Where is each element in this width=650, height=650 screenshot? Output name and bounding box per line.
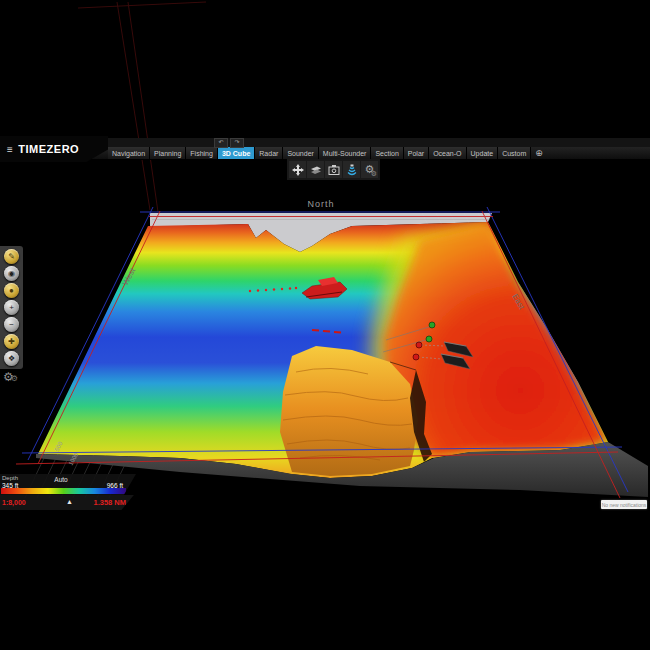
tab-navigation[interactable]: Navigation xyxy=(108,147,150,159)
tab-sounder[interactable]: Sounder xyxy=(283,147,318,159)
tab-multi-sounder[interactable]: Multi-Sounder xyxy=(319,147,372,159)
tool-options-gear-icon[interactable]: ⚙⚙ xyxy=(3,371,18,385)
sounder-beam-icon[interactable] xyxy=(343,161,360,178)
tab-polar[interactable]: Polar xyxy=(404,147,429,159)
sky-wireframe-lines xyxy=(78,2,206,212)
undo-icon[interactable]: ↶ xyxy=(214,138,228,148)
charts-icon[interactable] xyxy=(307,161,324,178)
app-logo-text: TIMEZERO xyxy=(18,143,79,155)
range-value[interactable]: 1.358 NM xyxy=(93,498,126,507)
scale-range-bar: 1:8,000 ▲ 1.358 NM xyxy=(0,495,138,510)
measure-tool[interactable]: ✚ xyxy=(4,334,19,349)
depth-color-scale: Depth 345 ft Auto 966 ft xyxy=(0,474,136,495)
depth-gradient-bar[interactable] xyxy=(1,488,126,494)
pan-mode-icon[interactable] xyxy=(289,161,306,178)
redo-icon[interactable]: ↷ xyxy=(230,138,244,148)
red-buoy-mark[interactable] xyxy=(416,342,422,348)
tab-3d-cube[interactable]: 3D Cube xyxy=(218,147,255,159)
side-tool-strip: ✎ ◉ ● + − ✚ ❖ xyxy=(0,246,23,369)
tab-section[interactable]: Section xyxy=(371,147,403,159)
green-buoy-mark[interactable] xyxy=(426,336,432,342)
pencil-annotate-tool[interactable]: ✎ xyxy=(4,249,19,264)
notification-bar[interactable]: No new notifications xyxy=(601,500,647,509)
add-workspace-icon[interactable]: ⊕ xyxy=(531,147,547,159)
notification-text: No new notifications xyxy=(602,502,647,508)
zoom-out-tool[interactable]: − xyxy=(4,317,19,332)
mark-tool[interactable]: ● xyxy=(4,283,19,298)
view-mode-toolbar: ⚙ ⚙ xyxy=(287,159,380,180)
eraser-tool[interactable]: ◉ xyxy=(4,266,19,281)
tab-ocean-o[interactable]: Ocean-O xyxy=(429,147,466,159)
depth-auto-mode[interactable]: Auto xyxy=(0,476,122,483)
tab-custom[interactable]: Custom xyxy=(498,147,531,159)
zoom-in-tool[interactable]: + xyxy=(4,300,19,315)
screenshot-icon[interactable] xyxy=(325,161,342,178)
tab-update[interactable]: Update xyxy=(467,147,499,159)
green-buoy-mark[interactable] xyxy=(429,322,435,328)
app-window: North West East 500 1000 ↶ ↷ Navigation … xyxy=(0,0,650,650)
3d-bathymetry-view[interactable]: North West East 500 1000 xyxy=(0,0,650,650)
chart-scale-value[interactable]: 1:8,000 xyxy=(2,499,26,506)
app-logo[interactable]: ≡ TIMEZERO xyxy=(0,136,108,162)
north-arrow-icon[interactable]: ▲ xyxy=(66,498,73,505)
quick-action-bar: ↶ ↷ xyxy=(214,138,244,148)
pan-hand-tool[interactable]: ❖ xyxy=(4,351,19,366)
hamburger-menu-icon[interactable]: ≡ xyxy=(7,144,13,155)
north-label: North xyxy=(307,199,334,209)
tab-radar[interactable]: Radar xyxy=(255,147,283,159)
red-buoy-mark[interactable] xyxy=(413,354,419,360)
tab-fishing[interactable]: Fishing xyxy=(186,147,218,159)
tab-planning[interactable]: Planning xyxy=(150,147,186,159)
settings-gears-icon[interactable]: ⚙ ⚙ xyxy=(361,161,378,178)
